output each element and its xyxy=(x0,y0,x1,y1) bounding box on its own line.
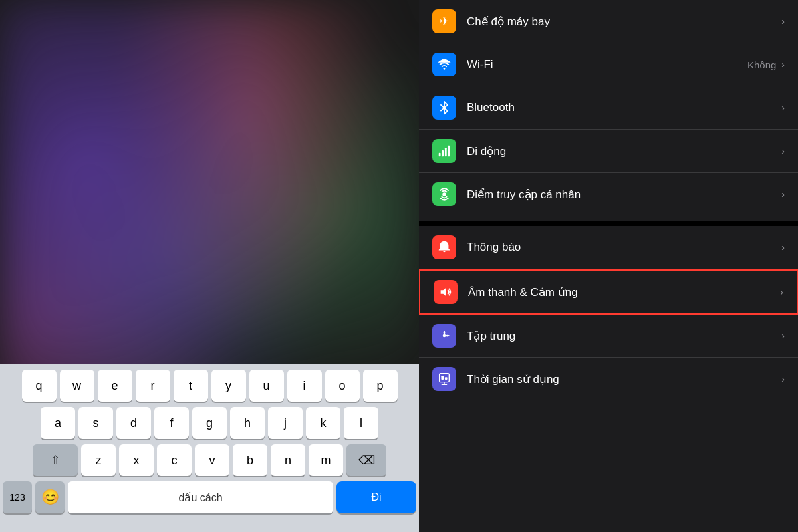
keyboard-row-bottom: 123 😊 dấu cách Đi xyxy=(3,481,416,513)
keyboard-row-3: ⇧ z x c v b n m ⌫ xyxy=(3,444,416,476)
settings-item-notifications[interactable]: Thông báo › xyxy=(419,226,798,269)
keyboard-panel: q w e r t y u i o p a s d f g h j k l ⇧ … xyxy=(0,0,419,532)
svg-marker-7 xyxy=(441,288,446,297)
settings-item-screen-time[interactable]: Thời gian sử dụng › xyxy=(419,358,798,400)
key-delete[interactable]: ⌫ xyxy=(346,444,386,476)
sound-icon xyxy=(434,280,458,304)
sound-chevron: › xyxy=(780,287,783,297)
keyboard-row-1: q w e r t y u i o p xyxy=(3,370,416,402)
settings-item-airplane[interactable]: ✈ Chế độ máy bay › xyxy=(419,0,798,43)
svg-point-5 xyxy=(442,192,446,196)
key-o[interactable]: o xyxy=(325,370,360,402)
key-shift[interactable]: ⇧ xyxy=(33,444,78,476)
settings-item-focus[interactable]: Tập trung › xyxy=(419,315,798,358)
key-i[interactable]: i xyxy=(287,370,322,402)
settings-item-wifi[interactable]: Wi-Fi Không › xyxy=(419,43,798,86)
airplane-icon: ✈ xyxy=(432,9,456,33)
screen-time-label: Thời gian sử dụng xyxy=(467,372,781,386)
cellular-label: Di động xyxy=(467,144,781,158)
key-b[interactable]: b xyxy=(233,444,267,476)
key-h[interactable]: h xyxy=(230,407,265,439)
settings-item-hotspot[interactable]: Điểm truy cập cá nhân › xyxy=(419,173,798,215)
keyboard-row-2: a s d f g h j k l xyxy=(3,407,416,439)
keyboard: q w e r t y u i o p a s d f g h j k l ⇧ … xyxy=(0,364,419,532)
notifications-label: Thông báo xyxy=(467,241,781,254)
notifications-chevron: › xyxy=(781,242,785,253)
key-k[interactable]: k xyxy=(306,407,340,439)
svg-rect-3 xyxy=(445,148,447,156)
focus-label: Tập trung xyxy=(467,329,781,343)
bluetooth-label: Bluetooth xyxy=(467,101,781,114)
key-s[interactable]: s xyxy=(78,407,113,439)
screen-time-chevron: › xyxy=(781,374,785,384)
key-space[interactable]: dấu cách xyxy=(68,481,333,513)
key-e[interactable]: e xyxy=(98,370,132,402)
key-n[interactable]: n xyxy=(271,444,305,476)
key-g[interactable]: g xyxy=(192,407,227,439)
svg-rect-2 xyxy=(442,150,444,156)
notifications-icon xyxy=(432,235,456,259)
svg-rect-10 xyxy=(441,376,444,380)
wifi-label: Wi-Fi xyxy=(467,58,747,71)
key-p[interactable]: p xyxy=(363,370,398,402)
key-u[interactable]: u xyxy=(249,370,284,402)
key-emoji[interactable]: 😊 xyxy=(35,481,65,513)
cellular-icon xyxy=(432,139,456,163)
focus-icon xyxy=(432,324,456,348)
key-m[interactable]: m xyxy=(309,444,343,476)
key-r[interactable]: r xyxy=(136,370,170,402)
settings-item-bluetooth[interactable]: Bluetooth › xyxy=(419,86,798,130)
key-j[interactable]: j xyxy=(268,407,303,439)
settings-item-sound[interactable]: Âm thanh & Cảm ứng › xyxy=(419,269,798,315)
airplane-label: Chế độ máy bay xyxy=(467,15,781,29)
sound-label: Âm thanh & Cảm ứng xyxy=(468,285,780,299)
key-go[interactable]: Đi xyxy=(336,481,416,513)
svg-rect-1 xyxy=(439,153,441,157)
key-y[interactable]: y xyxy=(211,370,246,402)
key-q[interactable]: q xyxy=(22,370,57,402)
svg-point-8 xyxy=(443,334,446,338)
svg-point-6 xyxy=(444,241,446,243)
settings-item-cellular[interactable]: Di động › xyxy=(419,130,798,173)
key-x[interactable]: x xyxy=(119,444,154,476)
svg-point-0 xyxy=(444,68,446,70)
settings-group-connectivity: ✈ Chế độ máy bay › Wi-Fi Không › xyxy=(419,0,798,215)
key-f[interactable]: f xyxy=(154,407,189,439)
key-d[interactable]: d xyxy=(116,407,151,439)
key-v[interactable]: v xyxy=(195,444,229,476)
svg-rect-4 xyxy=(448,146,450,157)
screen-time-icon xyxy=(432,367,456,391)
key-l[interactable]: l xyxy=(344,407,378,439)
key-c[interactable]: c xyxy=(157,444,192,476)
key-w[interactable]: w xyxy=(60,370,94,402)
wifi-icon xyxy=(432,53,456,76)
bluetooth-icon xyxy=(432,96,456,120)
wifi-value: Không xyxy=(747,59,776,70)
hotspot-label: Điểm truy cập cá nhân xyxy=(467,188,781,201)
focus-chevron: › xyxy=(781,331,785,341)
key-z[interactable]: z xyxy=(81,444,116,476)
svg-rect-11 xyxy=(445,377,448,380)
key-numeric[interactable]: 123 xyxy=(3,481,32,513)
hotspot-chevron: › xyxy=(781,189,785,200)
wifi-chevron: › xyxy=(781,59,785,70)
settings-panel: ✈ Chế độ máy bay › Wi-Fi Không › xyxy=(419,0,798,532)
group-divider xyxy=(419,221,798,226)
svg-rect-9 xyxy=(440,374,450,382)
hotspot-icon xyxy=(432,182,456,206)
key-t[interactable]: t xyxy=(174,370,208,402)
settings-group-notifications: Thông báo › Âm thanh & Cảm ứng › xyxy=(419,226,798,400)
key-a[interactable]: a xyxy=(41,407,75,439)
cellular-chevron: › xyxy=(781,146,785,156)
bluetooth-chevron: › xyxy=(781,102,785,113)
airplane-chevron: › xyxy=(781,16,785,27)
